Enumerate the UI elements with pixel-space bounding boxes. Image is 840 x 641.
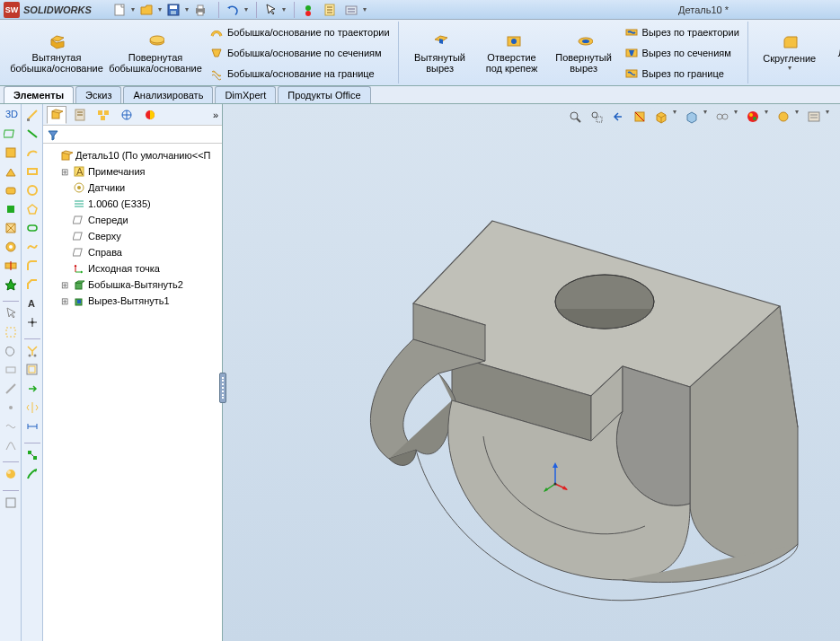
zoom-fit-icon[interactable] bbox=[2, 494, 20, 512]
tab-sketch[interactable]: Эскиз bbox=[75, 86, 121, 103]
zoom-to-fit-icon[interactable] bbox=[565, 108, 585, 126]
tab-office[interactable]: Продукты Office bbox=[278, 86, 370, 103]
configuration-manager-tab[interactable] bbox=[93, 106, 113, 124]
convert-tool-icon[interactable] bbox=[23, 380, 41, 398]
view-origin-icon[interactable] bbox=[2, 162, 20, 180]
graphics-area[interactable]: ▾ ▾ ▾ ▾ ▾ ▾ bbox=[223, 104, 840, 641]
select-button[interactable] bbox=[261, 1, 280, 19]
lasso-select-icon[interactable] bbox=[2, 342, 20, 360]
extrude-boss-button[interactable]: Вытянутая бобышка/основание bbox=[7, 22, 106, 83]
filter-faces-icon[interactable] bbox=[2, 361, 20, 379]
boundary-cut-button[interactable]: Вырез по границе bbox=[620, 64, 744, 83]
view-curves-icon[interactable] bbox=[2, 200, 20, 218]
loft-cut-button[interactable]: Вырез по сечениям bbox=[620, 43, 744, 63]
tab-features[interactable]: Элементы bbox=[4, 86, 74, 103]
quick-access-toolbar: ▾ ▾ ▾ ▾ ▾ ▾ bbox=[110, 1, 367, 19]
extrude-cut-button[interactable]: Вытянутый вырез bbox=[404, 22, 476, 83]
view-lights-icon[interactable] bbox=[2, 276, 20, 294]
tree-annotations[interactable]: ⊞AПримечания bbox=[45, 163, 220, 180]
open-button[interactable] bbox=[137, 1, 156, 19]
edit-appearance-icon[interactable] bbox=[743, 108, 763, 126]
tree-plane-top[interactable]: Сверху bbox=[45, 228, 220, 244]
tree-boss-extrude[interactable]: ⊞Бобышка-Вытянуть2 bbox=[45, 277, 220, 293]
feature-filter-input[interactable] bbox=[47, 129, 218, 140]
hole-wizard-button[interactable]: Отверстие под крепеж bbox=[476, 22, 548, 83]
tree-material[interactable]: 1.0060 (E335) bbox=[45, 196, 220, 212]
filter-sketch-icon[interactable] bbox=[2, 417, 20, 435]
view-coord-icon[interactable] bbox=[2, 181, 20, 199]
print-button[interactable] bbox=[190, 1, 210, 19]
apply-scene-icon[interactable] bbox=[774, 108, 793, 126]
view-orientation-icon[interactable] bbox=[651, 108, 671, 126]
filter-edges-icon[interactable] bbox=[2, 380, 20, 398]
svg-point-54 bbox=[33, 355, 36, 357]
filter-vertices-icon[interactable] bbox=[2, 399, 20, 417]
view-3d-icon[interactable]: 3D bbox=[2, 106, 20, 124]
new-button[interactable] bbox=[110, 1, 129, 19]
revolve-cut-button[interactable]: Повернутый вырез bbox=[548, 22, 620, 83]
point-tool-icon[interactable] bbox=[23, 313, 41, 331]
extrude-boss-label: Вытянутая бобышка/основание bbox=[10, 52, 103, 74]
feature-manager-tab[interactable] bbox=[47, 106, 66, 124]
sketch-tool-icon[interactable] bbox=[23, 106, 41, 124]
view-sketches-icon[interactable] bbox=[2, 219, 20, 237]
zoom-area-icon[interactable] bbox=[587, 108, 606, 126]
spline-tool-icon[interactable] bbox=[23, 238, 41, 256]
options-button[interactable] bbox=[341, 1, 361, 19]
polygon-tool-icon[interactable] bbox=[23, 200, 41, 218]
tree-sensors[interactable]: Датчики bbox=[45, 180, 220, 196]
view-partinglines-icon[interactable] bbox=[2, 257, 20, 275]
panel-splitter-handle[interactable] bbox=[219, 373, 226, 403]
svg-rect-32 bbox=[7, 206, 14, 213]
tab-evaluate[interactable]: Анализировать bbox=[123, 86, 213, 103]
select-tool-icon[interactable] bbox=[2, 304, 20, 322]
tree-root[interactable]: Деталь10 (По умолчанию<<П bbox=[45, 147, 220, 163]
trim-tool-icon[interactable] bbox=[23, 342, 41, 360]
undo-button[interactable] bbox=[223, 1, 243, 19]
chamfer-sketch-icon[interactable] bbox=[23, 276, 41, 294]
view-surfaces-icon[interactable] bbox=[2, 238, 20, 256]
file-properties-button[interactable] bbox=[320, 1, 340, 19]
view-settings-icon[interactable] bbox=[804, 108, 824, 126]
section-view-icon[interactable] bbox=[630, 108, 650, 126]
tree-origin[interactable]: Исходная точка bbox=[45, 260, 220, 277]
save-button[interactable] bbox=[164, 1, 183, 19]
panel-expand-icon[interactable]: » bbox=[213, 110, 218, 120]
hide-show-icon[interactable] bbox=[712, 108, 732, 126]
display-manager-tab[interactable] bbox=[140, 106, 160, 124]
previous-view-icon[interactable] bbox=[608, 108, 628, 126]
dimension-tool-icon[interactable] bbox=[23, 417, 41, 435]
rebuild-button[interactable] bbox=[298, 1, 318, 19]
dimxpert-manager-tab[interactable] bbox=[117, 106, 137, 124]
sweep-cut-button[interactable]: Вырез по траектории bbox=[620, 22, 744, 42]
circle-tool-icon[interactable] bbox=[23, 181, 41, 199]
display-style-icon[interactable] bbox=[682, 108, 702, 126]
text-tool-icon[interactable]: A bbox=[23, 294, 41, 312]
offset-tool-icon[interactable] bbox=[23, 361, 41, 379]
revolve-cut-label: Повернутый вырез bbox=[551, 52, 617, 74]
mirror-tool-icon[interactable] bbox=[23, 399, 41, 417]
appearances-icon[interactable] bbox=[2, 465, 20, 483]
slot-tool-icon[interactable] bbox=[23, 219, 41, 237]
linear-pattern-button[interactable]: Линейный массив▾ bbox=[826, 22, 840, 83]
tree-plane-right[interactable]: Справа bbox=[45, 244, 220, 260]
boundary-boss-button[interactable]: Бобышка/основание на границе bbox=[205, 64, 394, 83]
filter-annos-icon[interactable] bbox=[2, 436, 20, 454]
revolve-boss-button[interactable]: Повернутая бобышка/основание bbox=[106, 22, 205, 83]
tab-dimxpert[interactable]: DimXpert bbox=[215, 86, 276, 103]
view-axes-icon[interactable] bbox=[2, 144, 20, 162]
line-tool-icon[interactable] bbox=[23, 125, 41, 143]
tree-cut-extrude[interactable]: ⊞Вырез-Вытянуть1 bbox=[45, 293, 220, 309]
move-tool-icon[interactable] bbox=[23, 465, 41, 483]
view-planes-icon[interactable] bbox=[2, 125, 20, 143]
arc-tool-icon[interactable] bbox=[23, 144, 41, 162]
rect-tool-icon[interactable] bbox=[23, 162, 41, 180]
property-manager-tab[interactable] bbox=[70, 106, 90, 124]
tree-plane-front[interactable]: Спереди bbox=[45, 212, 220, 228]
fillet-sketch-icon[interactable] bbox=[23, 257, 41, 275]
box-select-icon[interactable] bbox=[2, 323, 20, 341]
loft-boss-button[interactable]: Бобышка/основание по сечениям bbox=[205, 43, 394, 63]
sweep-boss-button[interactable]: Бобышка/основание по траектории bbox=[205, 22, 394, 42]
relations-tool-icon[interactable] bbox=[23, 446, 41, 464]
fillet-button[interactable]: Скругление▾ bbox=[754, 22, 826, 83]
